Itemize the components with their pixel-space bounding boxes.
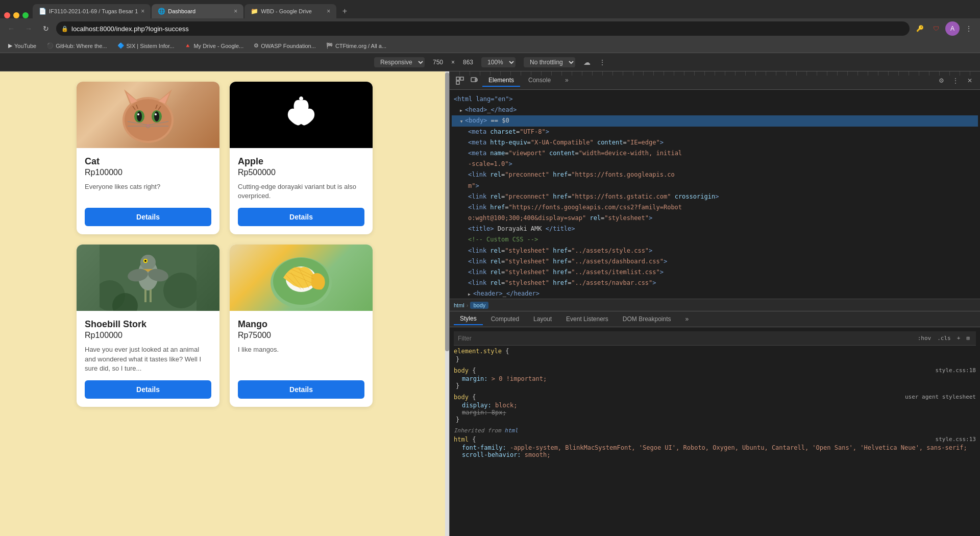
style-selector-html: html { style.css:13	[454, 436, 976, 443]
style-rule-body-margin: body { style.css:18 margin: > 0 !importa…	[454, 367, 976, 389]
devtools-tab-elements[interactable]: Elements	[482, 75, 520, 87]
html-line-link1[interactable]: <link rel="preconnect" href="https://fon…	[452, 169, 978, 180]
mango-image	[230, 245, 373, 311]
details-button-cat[interactable]: Details	[85, 208, 211, 226]
html-line-link-style[interactable]: <link rel="stylesheet" href="../assets/s…	[452, 246, 978, 256]
panel-tab-layout[interactable]: Layout	[527, 313, 558, 325]
style-filter-bar: :hov .cls + ⊞	[454, 331, 976, 346]
zoom-selector[interactable]: 100%	[481, 57, 516, 67]
devtools-settings-icon[interactable]: ⚙	[935, 75, 947, 87]
viewport-scrollbar[interactable]	[445, 71, 449, 536]
forward-button[interactable]: →	[21, 21, 36, 36]
html-line-meta2[interactable]: <meta http-equiv="X-UA-Compatible" conte…	[452, 137, 978, 148]
item-desc-mango: I like mangos.	[238, 345, 364, 373]
node-body[interactable]: body	[470, 302, 488, 309]
devtools-inspect-icon[interactable]	[454, 75, 466, 87]
bookmark-youtube[interactable]: ▶ YouTube	[4, 41, 40, 50]
key-icon[interactable]: 🔑	[913, 21, 927, 36]
bookmark-drive[interactable]: 🔺 My Drive - Google...	[180, 41, 248, 50]
style-filter-input[interactable]	[458, 335, 916, 342]
html-line-link1b[interactable]: m">	[452, 181, 978, 191]
styles-panel: :hov .cls + ⊞ element.style { } body { s…	[450, 327, 980, 536]
svg-rect-44	[460, 77, 463, 80]
tab-close-1[interactable]: ×	[141, 8, 144, 15]
html-line-html[interactable]: <html lang="en">	[452, 94, 978, 105]
window-maximize-btn[interactable]	[22, 12, 29, 18]
address-input[interactable]	[71, 25, 904, 33]
new-tab-button[interactable]: +	[337, 4, 352, 18]
window-close-btn[interactable]	[4, 12, 10, 18]
device-selector[interactable]: Responsive	[374, 57, 425, 67]
bookmark-owasp[interactable]: ⚙ OWASP Foundation...	[250, 41, 320, 50]
node-html[interactable]: html	[454, 302, 464, 308]
style-inherited-html-link[interactable]: html	[504, 427, 518, 434]
devtools-tab-console[interactable]: Console	[522, 75, 557, 87]
filter-hov-btn[interactable]: :hov	[916, 334, 934, 342]
panel-tab-styles[interactable]: Styles	[454, 313, 483, 325]
details-button-shoebill[interactable]: Details	[85, 380, 211, 399]
profile-button[interactable]: A	[945, 21, 960, 36]
html-line-head[interactable]: <head>_</head>	[452, 105, 978, 115]
devtools-more-icon[interactable]: ⋮	[599, 58, 606, 66]
bookmarks-bar: ▶ YouTube ⚫ GitHub: Where the... 🔷 SIX |…	[0, 39, 980, 53]
devtools-tab-more[interactable]: »	[559, 75, 575, 87]
tab-item-2[interactable]: 🌐 Dashboard ×	[152, 4, 243, 18]
bookmark-ctftime[interactable]: 🏁 CTFtime.org / All a...	[322, 41, 390, 50]
html-line-link-itemlist[interactable]: <link rel="stylesheet" href="../assets/i…	[452, 267, 978, 278]
address-bar-container[interactable]: 🔒	[56, 21, 910, 36]
html-line-title[interactable]: <title> Dorayaki AMK </title>	[452, 224, 978, 234]
tab-item-1[interactable]: 📄 IF3110-2021-01-69 / Tugas Besar 1 ×	[33, 4, 151, 18]
panel-tab-computed[interactable]: Computed	[485, 313, 525, 325]
style-prop-margin-ua[interactable]: margin: 8px;	[454, 409, 976, 416]
more-menu-button[interactable]: ⋮	[962, 21, 976, 36]
html-line-body[interactable]: <body> == $0	[452, 115, 978, 126]
html-line-header[interactable]: <header>_</header>	[452, 288, 978, 299]
back-button[interactable]: ←	[4, 21, 18, 36]
details-button-apple[interactable]: Details	[238, 208, 364, 226]
panel-tab-more[interactable]: »	[679, 313, 695, 325]
devtools-device-icon[interactable]	[468, 75, 480, 87]
items-grid: Cat Rp100000 Everyone likes cats right? …	[77, 82, 373, 407]
style-prop-display[interactable]: display: block;	[454, 402, 976, 409]
secure-icon: 🔒	[61, 26, 68, 32]
filter-grid-btn[interactable]: ⊞	[964, 334, 972, 342]
item-card-body-shoebill: Shoebill Stork Rp100000 Have you ever ju…	[77, 311, 219, 407]
reload-button[interactable]: ↻	[39, 21, 53, 36]
style-prop-font-family[interactable]: font-family: -apple-system, BlinkMacSyst…	[454, 444, 976, 451]
throttle-selector[interactable]: No throttling	[524, 57, 575, 67]
bookmark-ctftime-favicon: 🏁	[326, 42, 333, 49]
svg-point-23	[140, 255, 156, 270]
style-rule-body-ua: body { user agent stylesheet display: bl…	[454, 394, 976, 423]
html-line-link3[interactable]: <link href="https://fonts.googleapis.com…	[452, 202, 978, 213]
bookmark-six[interactable]: 🔷 SIX | Sistem Infor...	[113, 41, 179, 50]
panel-tab-event-listeners[interactable]: Event Listeners	[560, 313, 615, 325]
style-prop-scroll-behavior[interactable]: scroll-behavior: smooth;	[454, 451, 976, 458]
html-line-meta3[interactable]: <meta name="viewport" content="width=dev…	[452, 148, 978, 159]
filter-add-btn[interactable]: +	[955, 334, 963, 342]
shield-icon[interactable]: 🛡	[929, 21, 943, 36]
details-button-mango[interactable]: Details	[238, 380, 364, 399]
bookmark-github[interactable]: ⚫ GitHub: Where the...	[42, 41, 111, 50]
tab-item-3[interactable]: 📁 WBD - Google Drive ×	[244, 4, 336, 18]
svg-point-8	[137, 111, 142, 121]
style-prop-margin[interactable]: margin: > 0 !important;	[454, 375, 976, 382]
tab-close-2[interactable]: ×	[234, 8, 237, 15]
devtools-more-icon[interactable]: ⋮	[949, 75, 962, 87]
scrollbar-thumb[interactable]	[445, 72, 449, 351]
filter-cls-btn[interactable]: .cls	[935, 334, 953, 342]
html-line-meta1[interactable]: <meta charset="UTF-8">	[452, 127, 978, 137]
html-line-link-navbar[interactable]: <link rel="stylesheet" href="../assets/n…	[452, 278, 978, 288]
window-minimize-btn[interactable]	[13, 12, 19, 18]
network-icon[interactable]: ☁	[583, 58, 591, 66]
browser-viewport[interactable]: Cat Rp100000 Everyone likes cats right? …	[0, 71, 449, 536]
bookmark-owasp-favicon: ⚙	[254, 42, 259, 49]
html-line-link-dashboard[interactable]: <link rel="stylesheet" href="../assets/d…	[452, 256, 978, 267]
html-line-link3b[interactable]: o:wght@100;300;400&display=swap" rel="st…	[452, 213, 978, 224]
devtools-close-icon[interactable]: ✕	[964, 75, 976, 87]
html-line-link2[interactable]: <link rel="preconnect" href="https://fon…	[452, 191, 978, 202]
html-line-meta3b[interactable]: -scale=1.0">	[452, 159, 978, 169]
tab-close-3[interactable]: ×	[327, 8, 330, 15]
tab-title-3: WBD - Google Drive	[261, 8, 324, 14]
bookmark-drive-favicon: 🔺	[184, 42, 191, 49]
panel-tab-dom-breakpoints[interactable]: DOM Breakpoints	[617, 313, 677, 325]
